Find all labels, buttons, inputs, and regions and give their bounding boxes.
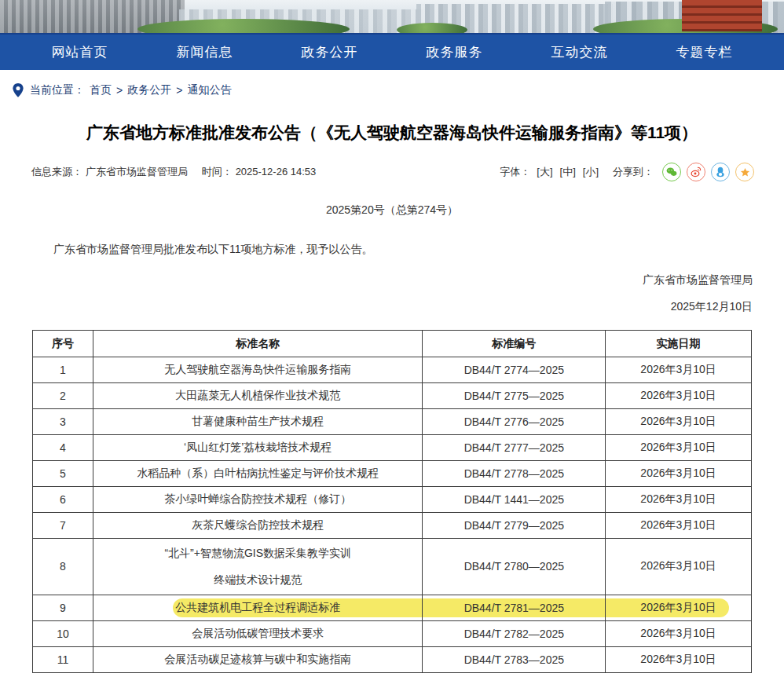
cell-date: 2026年3月10日 bbox=[606, 487, 752, 513]
cell-code: DB44/T 2779—2025 bbox=[423, 513, 606, 539]
font-size-small-button[interactable]: [小] bbox=[583, 165, 599, 179]
table-row: 7 灰茶尺蠖综合防控技术规程 DB44/T 2779—2025 2026年3月1… bbox=[33, 513, 752, 539]
table-row: 5 水稻品种（系）白叶枯病抗性鉴定与评价技术规程 DB44/T 2778—202… bbox=[33, 461, 752, 487]
breadcrumb-label: 当前位置： bbox=[30, 83, 85, 97]
page-title: 广东省地方标准批准发布公告（《无人驾驶航空器海岛快件运输服务指南》等11项） bbox=[31, 122, 753, 144]
breadcrumb-notices[interactable]: 通知公告 bbox=[187, 83, 231, 97]
cell-code: DB44/T 2782—2025 bbox=[423, 621, 606, 647]
cell-name: 甘薯健康种苗生产技术规程 bbox=[93, 409, 423, 435]
nav-item-gov-service[interactable]: 政务服务 bbox=[392, 35, 517, 70]
cell-code: DB44/T 2774—2025 bbox=[423, 357, 606, 383]
share-label: 分享到： bbox=[613, 165, 654, 179]
nav-item-interaction[interactable]: 互动交流 bbox=[517, 35, 642, 70]
cell-name: 水稻品种（系）白叶枯病抗性鉴定与评价技术规程 bbox=[93, 461, 423, 487]
signature-org: 广东省市场监督管理局 bbox=[31, 273, 753, 287]
cell-name: ‘凤山红灯笼’荔枝栽培技术规程 bbox=[93, 435, 423, 461]
cell-code: DB44/T 2775—2025 bbox=[423, 383, 606, 409]
qq-icon bbox=[714, 166, 727, 178]
col-header-name: 标准名称 bbox=[93, 331, 423, 357]
cell-date: 2026年3月10日 bbox=[606, 461, 752, 487]
cell-code: DB44/T 2778—2025 bbox=[423, 461, 606, 487]
cell-no: 9 bbox=[33, 595, 93, 621]
share-favorite-button[interactable] bbox=[735, 163, 754, 181]
location-pin-icon bbox=[11, 82, 25, 98]
cell-name: 灰茶尺蠖综合防控技术规程 bbox=[93, 513, 423, 539]
standards-table: 序号 标准名称 标准编号 实施日期 1 无人驾驶航空器海岛快件运输服务指南 DB… bbox=[32, 330, 752, 673]
cell-no: 1 bbox=[33, 357, 93, 383]
cell-name: 公共建筑机电工程全过程调适标准 bbox=[93, 595, 423, 621]
banner-trees bbox=[397, 23, 467, 33]
cell-code: DB44/T 2781—2025 bbox=[423, 595, 606, 621]
wechat-icon bbox=[665, 166, 678, 178]
cell-name: 会展活动低碳管理技术要求 bbox=[93, 621, 423, 647]
table-header-row: 序号 标准名称 标准编号 实施日期 bbox=[33, 331, 752, 357]
time-label: 时间： bbox=[202, 166, 233, 177]
table-row: 1 无人驾驶航空器海岛快件运输服务指南 DB44/T 2774—2025 202… bbox=[33, 357, 752, 383]
share-qq-button[interactable] bbox=[711, 163, 730, 181]
cell-no: 4 bbox=[33, 435, 93, 461]
table-row: 3 甘薯健康种苗生产技术规程 DB44/T 2776—2025 2026年3月1… bbox=[33, 409, 752, 435]
weibo-icon bbox=[690, 166, 702, 178]
cell-code: DB44/T 2783—2025 bbox=[423, 647, 606, 673]
cell-no: 2 bbox=[33, 383, 93, 409]
cell-date: 2026年3月10日 bbox=[606, 539, 752, 595]
cell-name: 大田蔬菜无人机植保作业技术规范 bbox=[93, 383, 423, 409]
cell-date: 2026年3月10日 bbox=[606, 357, 752, 383]
cell-date: 2026年3月10日 bbox=[606, 513, 752, 539]
main-nav: 网站首页 新闻信息 政务公开 政务服务 互动交流 专题专栏 bbox=[0, 33, 784, 70]
cell-name: 无人驾驶航空器海岛快件运输服务指南 bbox=[93, 357, 423, 383]
nav-item-news[interactable]: 新闻信息 bbox=[142, 35, 267, 70]
doc-number: 2025第20号（总第274号） bbox=[0, 203, 784, 218]
cell-name: 茶小绿叶蝉综合防控技术规程（修订） bbox=[93, 487, 423, 513]
font-size-label: 字体： bbox=[500, 165, 530, 179]
cell-code: DB44/T 1441—2025 bbox=[423, 487, 606, 513]
share-wechat-button[interactable] bbox=[662, 163, 681, 181]
col-header-date: 实施日期 bbox=[606, 331, 752, 357]
cell-name: “北斗”+智慧物流GIS数据采集教学实训 终端技术设计规范 bbox=[93, 539, 423, 595]
time-value: 2025-12-26 14:53 bbox=[236, 166, 317, 177]
breadcrumb: 当前位置： 首页 > 政务公开 > 通知公告 bbox=[11, 81, 784, 100]
cell-date: 2026年3月10日 bbox=[606, 409, 752, 435]
font-size-large-button[interactable]: [大] bbox=[537, 165, 552, 179]
col-header-no: 序号 bbox=[33, 331, 93, 357]
banner-pagoda bbox=[682, 0, 762, 31]
cell-name: 会展活动碳足迹核算与碳中和实施指南 bbox=[93, 647, 423, 673]
cell-date: 2026年3月10日 bbox=[606, 621, 752, 647]
source-label: 信息来源： bbox=[31, 166, 82, 177]
font-size-medium-button[interactable]: [中] bbox=[560, 165, 576, 179]
article-tools: 字体： [大] [中] [小] 分享到： bbox=[500, 163, 754, 181]
article-source-info: 信息来源：广东省市场监督管理局 时间：2025-12-26 14:53 bbox=[31, 165, 319, 179]
table-row: 4 ‘凤山红灯笼’荔枝栽培技术规程 DB44/T 2777—2025 2026年… bbox=[33, 435, 752, 461]
cell-code: DB44/T 2777—2025 bbox=[423, 435, 606, 461]
cell-no: 5 bbox=[33, 461, 93, 487]
cell-code: DB44/T 2780—2025 bbox=[423, 539, 606, 595]
breadcrumb-separator: > bbox=[116, 84, 123, 97]
cell-no: 6 bbox=[33, 487, 93, 513]
nav-item-special[interactable]: 专题专栏 bbox=[642, 35, 767, 70]
cell-date: 2026年3月10日 bbox=[606, 383, 752, 409]
share-weibo-button[interactable] bbox=[687, 163, 705, 181]
cell-code: DB44/T 2776—2025 bbox=[423, 409, 606, 435]
nav-item-gov-open[interactable]: 政务公开 bbox=[267, 35, 392, 70]
cell-date: 2026年3月10日 bbox=[606, 647, 752, 673]
source-value: 广东省市场监督管理局 bbox=[86, 166, 188, 177]
star-icon bbox=[739, 167, 751, 178]
table-row: 2 大田蔬菜无人机植保作业技术规范 DB44/T 2775—2025 2026年… bbox=[33, 383, 752, 409]
cell-no: 3 bbox=[33, 409, 93, 435]
cell-no: 7 bbox=[33, 513, 93, 539]
table-row: 11 会展活动碳足迹核算与碳中和实施指南 DB44/T 2783—2025 20… bbox=[33, 647, 752, 673]
breadcrumb-separator: > bbox=[176, 84, 182, 97]
cell-no: 10 bbox=[33, 621, 93, 647]
table-row: 10 会展活动低碳管理技术要求 DB44/T 2782—2025 2026年3月… bbox=[33, 621, 752, 647]
article-meta-row: 信息来源：广东省市场监督管理局 时间：2025-12-26 14:53 字体： … bbox=[31, 163, 754, 181]
table-row: 8 “北斗”+智慧物流GIS数据采集教学实训 终端技术设计规范 DB44/T 2… bbox=[33, 539, 752, 595]
breadcrumb-home[interactable]: 首页 bbox=[90, 83, 112, 97]
header-banner-image bbox=[0, 0, 784, 33]
col-header-code: 标准编号 bbox=[423, 331, 606, 357]
cell-no: 8 bbox=[33, 539, 93, 595]
table-row-highlighted: 9 公共建筑机电工程全过程调适标准 DB44/T 2781—2025 2026年… bbox=[33, 595, 752, 621]
table-row: 6 茶小绿叶蝉综合防控技术规程（修订） DB44/T 1441—2025 202… bbox=[33, 487, 752, 513]
cell-no: 11 bbox=[33, 647, 93, 673]
breadcrumb-gov-open[interactable]: 政务公开 bbox=[127, 83, 171, 97]
nav-item-home[interactable]: 网站首页 bbox=[17, 35, 142, 70]
